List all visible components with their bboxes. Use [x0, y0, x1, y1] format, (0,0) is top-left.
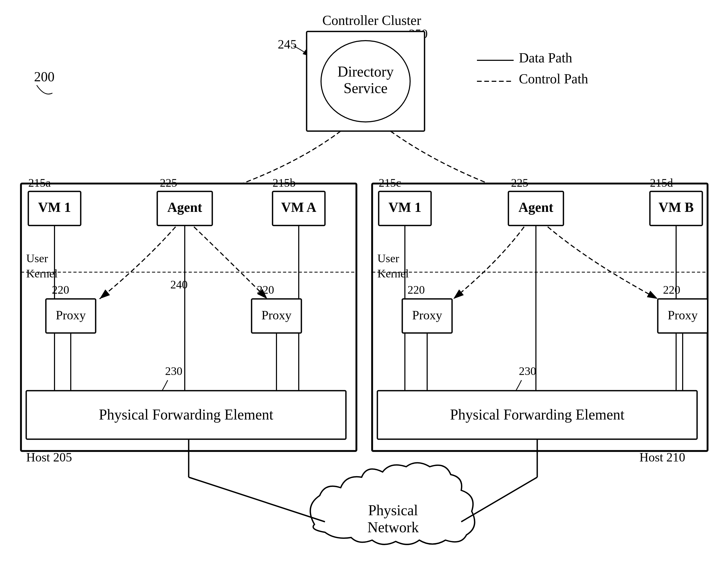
n225-left-label: 225 [160, 176, 177, 189]
data-path-label: Data Path [519, 50, 572, 65]
n245-label: 245 [278, 37, 297, 51]
controller-cluster-label: Controller Cluster [322, 13, 421, 28]
control-path-label: Control Path [519, 71, 588, 86]
host205-label: Host 205 [26, 450, 72, 464]
agent-right-label: Agent [519, 200, 554, 215]
pfe-right-label: Physical Forwarding Element [450, 406, 624, 422]
n215a-label: 215a [28, 176, 51, 189]
proxy-rr-label: Proxy [668, 308, 698, 322]
proxy-lr-label: Proxy [261, 308, 292, 322]
n215c-label: 215c [379, 176, 401, 189]
directory-service-label2: Service [343, 80, 388, 96]
n230-right-label: 230 [519, 365, 536, 378]
user-label-left: User [26, 252, 48, 265]
host210-label: Host 210 [640, 450, 685, 464]
vmA-label: VM A [281, 200, 317, 215]
physical-network-label2: Network [367, 519, 419, 535]
vmB-label: VM B [659, 200, 694, 215]
kernel-label-left: Kernel [26, 267, 58, 280]
n215b-label: 215b [272, 176, 296, 189]
n220-rl-label: 220 [407, 283, 425, 296]
proxy-rl-label: Proxy [412, 308, 442, 322]
proxy-ll-label: Proxy [56, 308, 86, 322]
physical-network-label1: Physical [368, 502, 418, 518]
agent-left-label: Agent [168, 200, 203, 215]
n220-lr-label: 220 [257, 283, 274, 296]
n225-right-label: 225 [511, 176, 528, 189]
n220-rr-label: 220 [663, 283, 680, 296]
n230-left-label: 230 [165, 365, 182, 378]
pfe-left-label: Physical Forwarding Element [99, 406, 273, 422]
kernel-label-right: Kernel [377, 267, 409, 280]
vm1-left-label: VM 1 [38, 200, 71, 215]
directory-service-label1: Directory [337, 63, 394, 80]
vm1-right-label: VM 1 [388, 200, 422, 215]
n215d-label: 215d [650, 176, 673, 189]
diagram-number: 200 [34, 69, 54, 84]
user-label-right: User [377, 252, 399, 265]
